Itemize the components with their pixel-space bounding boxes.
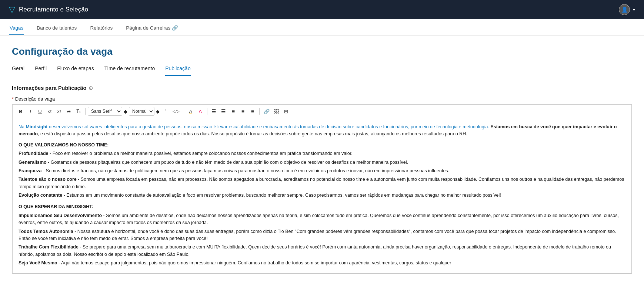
entry-seja-voce: Seja Você Mesmo - Aqui não temos espaço … — [19, 260, 625, 267]
tab-perfil[interactable]: Perfil — [35, 65, 47, 76]
rte-link-btn[interactable]: 🔗 — [262, 107, 271, 116]
entry-flexibilidade: Trabalhe Com Flexibilidade - Se prepare … — [19, 244, 625, 258]
rte-align-center-btn[interactable]: ≡ — [238, 107, 247, 116]
rte-sep-1 — [85, 108, 86, 115]
rte-underline-btn[interactable]: U — [36, 107, 44, 116]
avatar-icon: 👤 — [621, 7, 628, 13]
rte-align-left-btn[interactable]: ≡ — [229, 107, 238, 116]
rte-toolbar: B I U x2 x2 S Tx Sans Serif Serif Monosp… — [12, 104, 632, 118]
entry-profundidade: Profundidade - Foco em resolver o proble… — [19, 150, 625, 157]
rte-text-color-btn[interactable]: A — [196, 107, 205, 116]
rte-sep-2 — [184, 108, 184, 115]
brand-icon: ▽ — [9, 5, 15, 14]
entry-generalismo: Generalismo - Gostamos de pessoas pitaqu… — [19, 159, 625, 166]
tab-geral[interactable]: Geral — [12, 65, 24, 76]
nav-banco-talentos[interactable]: Banco de talentos — [36, 25, 77, 35]
rte-sep-3 — [207, 108, 207, 115]
rte-table-btn[interactable]: ⊞ — [282, 107, 291, 116]
avatar[interactable]: 👤 — [619, 4, 630, 15]
field-label-descricao: * Descrição da vaga — [12, 96, 632, 102]
entry-autonomia: Todos Temos Autonomia - Nossa estrutura … — [19, 228, 625, 243]
nav-vagas[interactable]: Vagas — [9, 25, 24, 35]
entry-franqueza: Franqueza - Somos diretos e francos, não… — [19, 167, 625, 175]
rte-bold-btn[interactable]: B — [16, 107, 25, 116]
entry-impulsionamos: Impulsionamos Seu Desenvolvimento - Somo… — [19, 212, 625, 227]
user-dropdown-icon[interactable]: ▾ — [633, 7, 635, 12]
tab-bar: Geral Perfil Fluxo de etapas Time de rec… — [12, 65, 632, 76]
entry-talentos: Talentos são o nosso core - Somos uma em… — [19, 176, 625, 190]
rte-font-family-select[interactable]: Sans Serif Serif Monospace — [88, 107, 122, 116]
rte-highlight-bg-btn[interactable]: A — [186, 107, 195, 116]
intro-paragraph: Na Mindsight desenvolvemos softwares int… — [19, 123, 625, 138]
rte-content-area[interactable]: Na Mindsight desenvolvemos softwares int… — [12, 118, 632, 274]
tab-fluxo-etapas[interactable]: Fluxo de etapas — [57, 65, 94, 76]
rte-align-right-btn[interactable]: ≡ — [248, 107, 257, 116]
rte-blockquote-btn[interactable]: " — [161, 107, 170, 116]
top-navbar: ▽ Recrutamento e Seleção 👤 ▾ — [0, 0, 644, 19]
tab-publicacao[interactable]: Publicação — [165, 65, 191, 76]
secondary-nav: Vagas Banco de talentos Relatórios Págin… — [0, 19, 644, 35]
user-area[interactable]: 👤 ▾ — [619, 4, 635, 15]
brand-title: Recrutamento e Seleção — [19, 6, 88, 13]
rte-superscript-btn[interactable]: x2 — [55, 107, 64, 116]
rich-text-editor: B I U x2 x2 S Tx Sans Serif Serif Monosp… — [12, 104, 632, 274]
entry-evolucao: Evolução constante - Estamos em um movim… — [19, 192, 625, 199]
rte-code-btn[interactable]: </> — [171, 107, 181, 116]
rte-sep-4 — [259, 108, 260, 115]
nav-relatorios[interactable]: Relatórios — [89, 25, 113, 35]
rte-clear-format-btn[interactable]: Tx — [74, 107, 83, 116]
help-icon[interactable]: ⊙ — [89, 85, 93, 91]
tab-time-recrutamento[interactable]: Time de recrutamento — [104, 65, 155, 76]
rte-unordered-list-btn[interactable]: ☰ — [219, 107, 228, 116]
brand-area: ▽ Recrutamento e Seleção — [9, 5, 88, 14]
nav-pagina-carreiras[interactable]: Página de Carreiras 🔗 — [125, 25, 179, 35]
section-title: Informações para Publicação ⊙ — [12, 85, 632, 91]
rte-size-sep: ◆ — [156, 109, 160, 114]
rte-italic-btn[interactable]: I — [26, 107, 35, 116]
rte-strikethrough-btn[interactable]: S — [64, 107, 73, 116]
page-content: Configuração da vaga Geral Perfil Fluxo … — [0, 35, 644, 286]
page-title: Configuração da vaga — [12, 46, 632, 57]
section2-header: O QUE ESPERAR DA MINDSIGHT: — [19, 203, 625, 210]
rte-subscript-btn[interactable]: x2 — [45, 107, 54, 116]
rte-font-size-select[interactable]: Normal Small Large Huge — [129, 107, 154, 116]
section1-header: O QUE VALORIZAMOS NO NOSSO TIME: — [19, 142, 625, 149]
rte-image-btn[interactable]: 🖼 — [272, 107, 281, 116]
rte-ordered-list-btn[interactable]: ☰ — [210, 107, 218, 116]
rte-font-sep: ◆ — [124, 109, 127, 114]
